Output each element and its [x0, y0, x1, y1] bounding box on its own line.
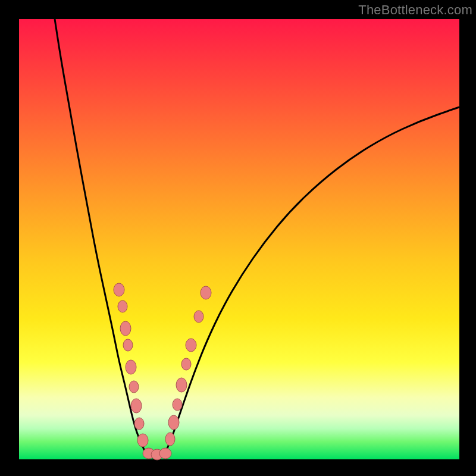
bead-right-5: [186, 339, 196, 352]
bead-floor-2: [159, 448, 171, 459]
bead-left-1: [118, 300, 127, 312]
bead-right-4: [181, 358, 191, 370]
beads-group: [114, 283, 211, 460]
bead-left-7: [134, 418, 144, 430]
bead-left-3: [123, 339, 133, 351]
chart-svg: [19, 19, 459, 459]
bead-right-7: [201, 286, 211, 299]
right-curve-path: [163, 107, 459, 456]
bead-right-1: [168, 415, 179, 430]
bead-right-6: [194, 311, 203, 322]
bead-right-3: [176, 378, 187, 392]
bead-left-8: [137, 434, 148, 447]
bead-left-2: [120, 321, 131, 336]
watermark-text: TheBottleneck.com: [358, 2, 472, 18]
chart-plot-area: [19, 19, 459, 459]
bead-left-6: [131, 399, 142, 413]
bead-left-5: [129, 381, 139, 393]
bead-left-4: [126, 360, 136, 374]
bead-right-0: [165, 433, 175, 446]
bead-right-2: [173, 399, 182, 411]
bead-left-0: [114, 283, 124, 296]
